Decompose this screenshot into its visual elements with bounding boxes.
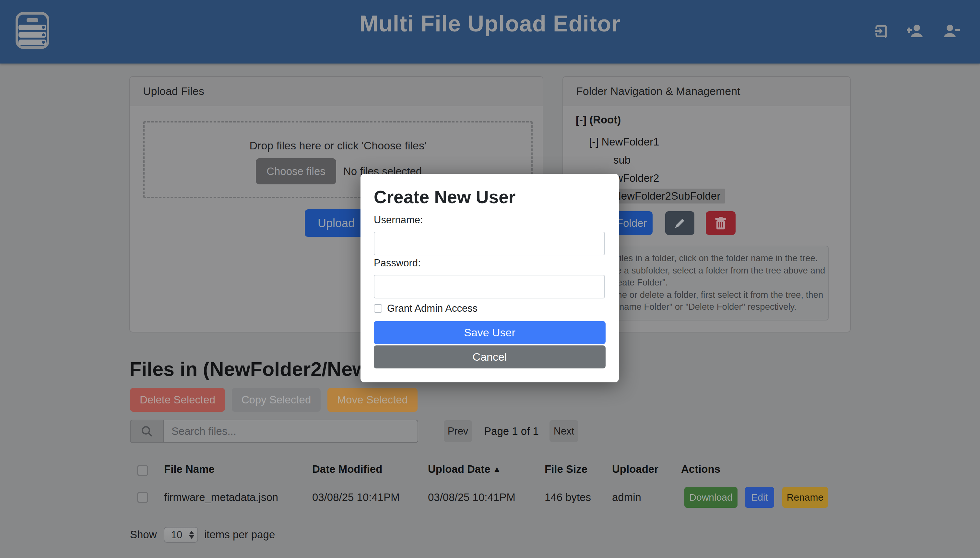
page-indicator: Page 1 of 1 [480, 420, 543, 442]
save-user-button[interactable]: Save User [374, 321, 605, 344]
items-per-page-label: items per page [204, 528, 275, 541]
cell-file-name: firmware_metadata.json [164, 491, 278, 504]
cell-date-modified: 03/08/25 10:41PM [312, 491, 400, 504]
upload-panel-title: Upload Files [130, 77, 543, 106]
prev-page-button[interactable]: Prev [444, 420, 472, 442]
select-all-checkbox[interactable] [137, 465, 148, 476]
col-upload-date-label: Upload Date [428, 463, 490, 475]
help-line: To create a subfolder, select a folder f… [585, 264, 828, 277]
help-line: To rename or delete a folder, first sele… [585, 289, 828, 301]
page-title: Multi File Upload Editor [0, 11, 980, 37]
add-user-icon[interactable] [906, 24, 924, 39]
move-selected-button[interactable]: Move Selected [327, 388, 418, 412]
rename-folder-button[interactable] [665, 211, 694, 235]
items-per-page-value: 10 [164, 529, 189, 541]
help-line: click "Create Folder". [585, 276, 828, 289]
help-line: click "Rename Folder" or "Delete Folder"… [585, 301, 828, 313]
file-search [130, 420, 418, 443]
remove-user-icon[interactable] [942, 24, 960, 39]
create-user-modal: Create New User Username: Password: Gran… [360, 174, 619, 382]
username-label: Username: [374, 214, 423, 226]
grant-admin-label: Grant Admin Access [387, 303, 477, 314]
sort-asc-icon: ▲ [493, 464, 501, 473]
col-file-name[interactable]: File Name [164, 463, 215, 475]
row-checkbox[interactable] [137, 492, 148, 503]
delete-folder-button[interactable] [706, 211, 735, 235]
modal-title: Create New User [374, 187, 515, 207]
cell-uploader: admin [612, 491, 641, 504]
col-uploader[interactable]: Uploader [612, 463, 658, 475]
password-label: Password: [374, 257, 421, 269]
tree-item-sub[interactable]: sub [613, 153, 631, 167]
trash-icon [715, 217, 727, 230]
header-actions [873, 23, 960, 39]
cell-file-size: 146 bytes [544, 491, 591, 504]
username-field[interactable] [374, 232, 605, 255]
tree-item-newfolder2subfolder-selected[interactable]: NewFolder2SubFolder [611, 189, 725, 204]
download-button[interactable]: Download [684, 487, 738, 508]
delete-selected-button[interactable]: Delete Selected [130, 388, 225, 412]
logout-icon[interactable] [873, 23, 888, 39]
col-file-size[interactable]: File Size [544, 463, 587, 475]
cancel-button[interactable]: Cancel [374, 345, 605, 368]
app-screen: Multi File Upload Editor Upload Files [0, 0, 980, 558]
copy-selected-button[interactable]: Copy Selected [232, 388, 321, 412]
help-line: To view files in a folder, click on the … [585, 252, 828, 264]
col-actions: Actions [681, 463, 720, 475]
header-bar: Multi File Upload Editor [0, 0, 980, 64]
tree-item-root[interactable]: [-] (Root) [576, 112, 621, 127]
choose-files-button[interactable]: Choose files [256, 158, 336, 184]
select-stepper-icon [189, 531, 194, 539]
tree-item-newfolder1[interactable]: [-] NewFolder1 [589, 135, 659, 149]
dropzone-hint: Drop files here or click 'Choose files' [145, 140, 531, 152]
search-icon [141, 425, 153, 437]
password-field[interactable] [374, 275, 605, 299]
upload-button[interactable]: Upload [305, 209, 368, 237]
search-input[interactable] [163, 420, 418, 443]
items-per-page-select[interactable]: 10 [164, 527, 198, 543]
grant-admin-checkbox[interactable] [374, 304, 382, 313]
col-upload-date[interactable]: Upload Date▲ [428, 463, 501, 475]
col-date-modified[interactable]: Date Modified [312, 463, 382, 475]
pencil-icon [673, 217, 686, 230]
next-page-button[interactable]: Next [549, 420, 578, 442]
rename-button[interactable]: Rename [782, 487, 828, 508]
edit-button[interactable]: Edit [745, 487, 774, 508]
search-icon-box [130, 420, 163, 443]
show-label: Show [130, 528, 157, 541]
cell-upload-date: 03/08/25 10:41PM [428, 491, 515, 504]
folder-panel-title: Folder Navigation & Management [563, 77, 850, 106]
